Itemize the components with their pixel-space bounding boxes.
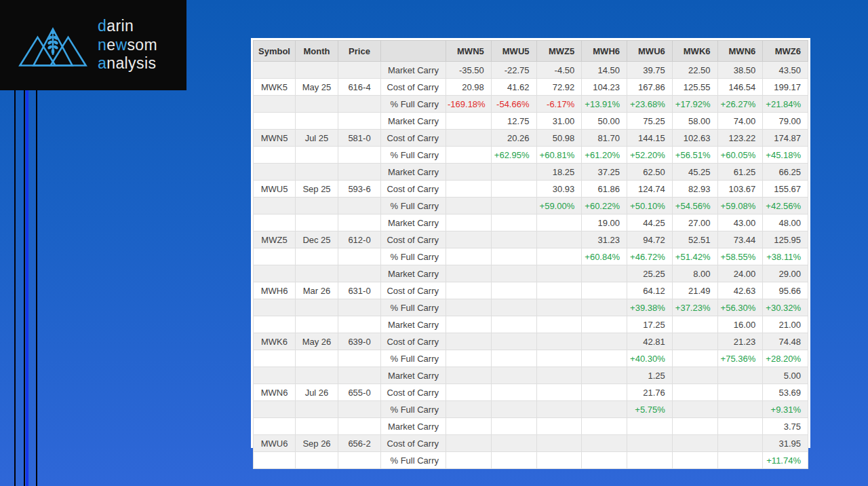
row-label-cell: Cost of Carry	[381, 282, 446, 299]
value-cell	[446, 113, 492, 130]
table-row: % Full Carry+62.95%+60.81%+61.20%+52.20%…	[254, 147, 808, 164]
symbol-cell	[254, 452, 296, 469]
value-cell: 38.50	[717, 62, 763, 79]
value-cell: 45.25	[672, 164, 717, 181]
value-cell: 58.00	[672, 113, 717, 130]
value-cell	[672, 418, 717, 435]
symbol-cell: MWU5	[254, 181, 296, 198]
row-label-cell: Market Carry	[381, 265, 446, 282]
value-cell: 52.51	[672, 231, 717, 248]
value-cell: 79.00	[763, 113, 808, 130]
month-cell: Jul 25	[296, 130, 338, 147]
table-row: MWK6May 26639-0Cost of Carry42.8121.2374…	[254, 333, 808, 350]
symbol-cell	[254, 401, 296, 418]
table-row: % Full Carry+11.74%	[254, 452, 808, 469]
value-cell: 82.93	[672, 181, 717, 198]
price-cell: 616-4	[338, 79, 381, 96]
value-cell	[536, 350, 582, 367]
value-cell: 31.23	[582, 231, 627, 248]
value-cell	[672, 333, 717, 350]
column-header-mwn6: MWN6	[717, 41, 763, 62]
value-cell: 50.98	[536, 130, 582, 147]
price-cell	[338, 316, 381, 333]
value-cell	[491, 350, 536, 367]
value-cell: +39.38%	[627, 299, 673, 316]
value-cell: +28.20%	[763, 350, 808, 367]
carry-table-card: SymbolMonthPriceMWN5MWU5MWZ5MWH6MWU6MWK6…	[251, 38, 810, 448]
month-cell	[296, 113, 338, 130]
value-cell: +61.20%	[582, 147, 627, 164]
value-cell	[491, 231, 536, 248]
value-cell: +60.84%	[582, 248, 627, 265]
value-cell	[446, 231, 492, 248]
row-label-cell: % Full Carry	[381, 299, 446, 316]
value-cell: +42.56%	[763, 198, 808, 214]
value-cell: 95.66	[763, 282, 808, 299]
value-cell	[582, 418, 627, 435]
value-cell	[582, 299, 627, 316]
value-cell	[582, 265, 627, 282]
column-header-mwk6: MWK6	[672, 41, 717, 62]
value-cell: 5.00	[763, 367, 808, 384]
value-cell	[717, 384, 763, 401]
value-cell: +21.84%	[763, 96, 808, 113]
value-cell	[582, 384, 627, 401]
value-cell: 104.23	[582, 79, 627, 96]
value-cell: -169.18%	[446, 96, 492, 113]
value-cell	[536, 384, 582, 401]
month-cell: Sep 25	[296, 181, 338, 198]
value-cell	[491, 282, 536, 299]
row-label-cell: % Full Carry	[381, 248, 446, 265]
value-cell: +58.55%	[717, 248, 763, 265]
value-cell	[446, 435, 492, 452]
value-cell: +13.91%	[582, 96, 627, 113]
column-header-mwn5: MWN5	[446, 41, 492, 62]
value-cell	[582, 367, 627, 384]
value-cell: 27.00	[672, 214, 717, 231]
price-cell	[338, 367, 381, 384]
value-cell: 102.63	[672, 130, 717, 147]
value-cell: +23.68%	[627, 96, 673, 113]
row-label-cell: Market Carry	[381, 367, 446, 384]
value-cell: -22.75	[491, 62, 536, 79]
row-label-cell: Market Carry	[381, 418, 446, 435]
value-cell: +60.81%	[536, 147, 582, 164]
value-cell: 123.22	[717, 130, 763, 147]
price-cell	[338, 452, 381, 469]
month-cell	[296, 248, 338, 265]
value-cell: 29.00	[763, 265, 808, 282]
symbol-cell	[254, 299, 296, 316]
value-cell: +60.22%	[582, 198, 627, 214]
value-cell: 37.25	[582, 164, 627, 181]
row-label-cell: Market Carry	[381, 62, 446, 79]
month-cell	[296, 299, 338, 316]
value-cell: 74.00	[717, 113, 763, 130]
price-cell	[338, 96, 381, 113]
table-row: Market Carry25.258.0024.0029.00	[254, 265, 808, 282]
table-row: % Full Carry+60.84%+46.72%+51.42%+58.55%…	[254, 248, 808, 265]
column-header-price: Price	[338, 41, 381, 62]
value-cell: 66.25	[763, 164, 808, 181]
symbol-cell	[254, 214, 296, 231]
value-cell	[446, 214, 492, 231]
price-cell	[338, 299, 381, 316]
symbol-cell	[254, 418, 296, 435]
table-row: MWH6Mar 26631-0Cost of Carry64.1221.4942…	[254, 282, 808, 299]
value-cell	[672, 435, 717, 452]
value-cell	[446, 299, 492, 316]
value-cell	[446, 130, 492, 147]
value-cell: 64.12	[627, 282, 673, 299]
value-cell: 48.00	[763, 214, 808, 231]
value-cell: +38.11%	[763, 248, 808, 265]
value-cell	[582, 333, 627, 350]
value-cell	[536, 265, 582, 282]
value-cell	[672, 367, 717, 384]
column-header-spacer	[381, 41, 446, 62]
table-row: Market Carry19.0044.2527.0043.0048.00	[254, 214, 808, 231]
column-header-month: Month	[296, 41, 338, 62]
value-cell: 16.00	[717, 316, 763, 333]
decor-line-black-2	[24, 90, 25, 486]
value-cell: 75.25	[627, 113, 673, 130]
row-label-cell: Market Carry	[381, 113, 446, 130]
value-cell	[717, 367, 763, 384]
